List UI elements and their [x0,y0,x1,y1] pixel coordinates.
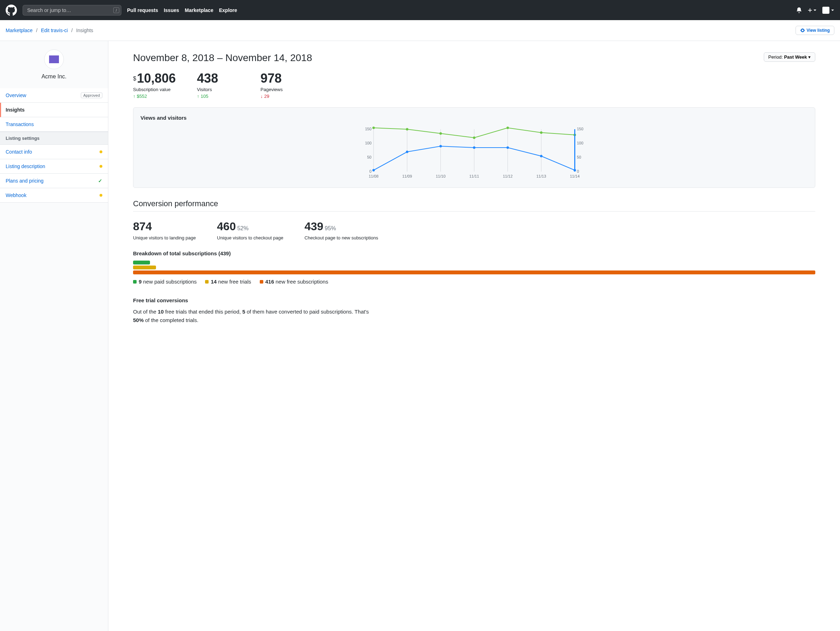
svg-text:100: 100 [577,141,583,145]
eye-icon [800,28,805,33]
svg-text:50: 50 [367,155,371,159]
crumb-current: Insights [76,28,93,33]
arrow-down-icon: ↓ [261,93,263,99]
svg-point-22 [373,127,375,129]
user-menu-button[interactable] [823,7,834,14]
svg-text:150: 150 [365,127,371,131]
conversion-header: Conversion performance [133,199,815,208]
svg-text:11/10: 11/10 [436,174,446,178]
breakdown-bars [133,261,815,274]
svg-point-30 [406,151,408,153]
chart-title: Views and visitors [141,115,808,121]
nav-issues[interactable]: Issues [164,8,179,13]
svg-text:50: 50 [577,155,581,159]
svg-point-26 [507,127,509,129]
sidebar-item-listing-description[interactable]: Listing description [0,159,108,174]
svg-point-27 [540,131,543,134]
sidebar-item-contact-info[interactable]: Contact info [0,145,108,159]
svg-text:100: 100 [365,141,371,145]
search-input[interactable] [22,5,122,16]
conv-checkout: 46052% Unique visitors to checkout page [217,220,283,240]
view-listing-button[interactable]: View listing [796,26,834,35]
svg-point-29 [373,169,375,172]
bell-icon[interactable] [796,8,802,13]
svg-point-31 [439,145,442,148]
stat-pageviews: 978 Pageviews ↓29 [261,72,303,99]
status-dot-icon [99,194,103,197]
chevron-down-icon: ▾ [808,54,811,60]
svg-text:11/08: 11/08 [369,174,379,178]
svg-point-25 [473,137,475,139]
svg-text:11/09: 11/09 [403,174,412,178]
app-name: Acme Inc. [6,73,103,80]
period-selector[interactable]: Period: Past Week ▾ [764,52,815,62]
stat-subscription-value: $10,806 Subscription value ↑$552 [133,72,176,99]
svg-text:150: 150 [577,127,583,131]
arrow-up-icon: ↑ [133,93,136,99]
breadcrumb: Marketplace / Edit travis-ci / Insights [6,28,93,33]
svg-point-33 [507,147,509,149]
sidebar-item-webhook[interactable]: Webhook [0,188,108,203]
free-trial-header: Free trial conversions [133,297,815,303]
sidebar-item-insights[interactable]: Insights [0,103,108,117]
sidebar-item-plans-pricing[interactable]: Plans and pricing ✓ [0,174,108,188]
check-icon: ✓ [98,178,103,183]
conv-landing: 874 Unique visitors to landing page [133,220,196,240]
svg-point-23 [406,128,408,131]
nav-marketplace[interactable]: Marketplace [185,8,213,13]
nav-explore[interactable]: Explore [219,8,237,13]
svg-text:11/13: 11/13 [537,174,546,178]
github-logo-icon[interactable] [6,5,17,16]
slash-hotkey-badge: / [113,8,119,13]
app-logo [44,49,64,69]
svg-text:11/14: 11/14 [570,174,580,178]
svg-text:11/12: 11/12 [503,174,513,178]
avatar [823,7,829,14]
views-visitors-card: Views and visitors 11/0811/0911/1011/111… [133,108,815,188]
breakdown-title: Breakdown of total subscriptions (439) [133,250,815,256]
crumb-edit-listing[interactable]: Edit travis-ci [41,28,68,33]
svg-text:11/11: 11/11 [469,174,479,178]
new-menu-button[interactable] [807,8,817,13]
arrow-up-icon: ↑ [197,93,199,99]
nav-pull-requests[interactable]: Pull requests [127,8,158,13]
status-dot-icon [99,165,103,168]
date-range-heading: November 8, 2018 – November 14, 2018 [133,52,312,63]
crumb-marketplace[interactable]: Marketplace [6,28,33,33]
svg-point-24 [439,133,442,135]
line-chart: 11/0811/0911/1011/1111/1211/1311/1405010… [141,127,808,179]
sidebar-item-overview[interactable]: Overview Approved [0,88,108,103]
status-dot-icon [99,150,103,153]
sidebar-settings-header: Listing settings [0,132,108,145]
status-badge: Approved [81,93,103,98]
sidebar-item-transactions[interactable]: Transactions [0,117,108,132]
stat-visitors: 438 Visitors ↑105 [197,72,239,99]
conv-subscriptions: 43995% Checkout page to new subscription… [305,220,378,240]
svg-text:0: 0 [577,169,579,173]
svg-point-34 [540,155,543,158]
breakdown-legend: 9 new paid subscriptions14 new free tria… [133,278,815,285]
svg-text:0: 0 [369,169,371,173]
svg-point-32 [473,147,475,149]
free-trial-body: Out of the 10 free trials that ended thi… [133,308,373,324]
